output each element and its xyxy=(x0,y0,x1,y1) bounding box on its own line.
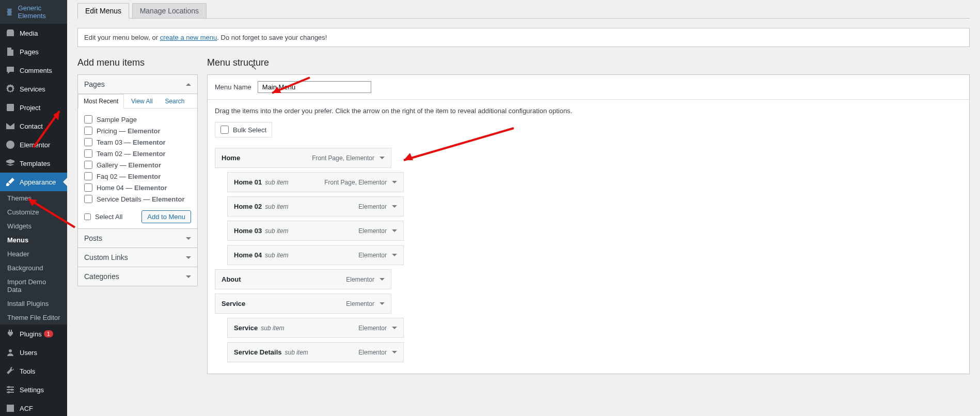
page-list-item[interactable]: Faq 02 — Elementor xyxy=(84,171,189,182)
menu-item[interactable]: Home 04sub itemElementor xyxy=(227,245,404,265)
page-list-item[interactable]: Service Details — Elementor xyxy=(84,193,189,204)
add-to-menu-button[interactable]: Add to Menu xyxy=(141,210,191,223)
menu-item-title: Service Details xyxy=(234,348,282,356)
sidebar-item-appearance[interactable]: Appearance xyxy=(0,173,67,191)
pages-list[interactable]: Sample PagePricing — ElementorTeam 03 — … xyxy=(84,114,191,204)
page-title: Home 04 — Elementor xyxy=(97,184,167,192)
chevron-down-icon[interactable] xyxy=(380,157,385,159)
subtab-viewall[interactable]: View All xyxy=(126,95,158,108)
chevron-down-icon[interactable] xyxy=(392,327,397,329)
sidebar-item-services[interactable]: Services xyxy=(0,80,67,98)
page-list-item[interactable]: Team 02 — Elementor xyxy=(84,148,189,159)
sub-item-label: sub item xyxy=(265,252,288,259)
select-all-checkbox[interactable] xyxy=(84,213,91,220)
page-checkbox[interactable] xyxy=(84,149,92,158)
page-checkbox[interactable] xyxy=(84,195,92,203)
page-checkbox[interactable] xyxy=(84,172,92,180)
sidebar-item-project[interactable]: Project xyxy=(0,98,67,117)
media-icon xyxy=(5,28,15,38)
sidebar-item-media[interactable]: Media xyxy=(0,24,67,42)
submenu-import-demo[interactable]: Import Demo Data xyxy=(0,275,67,297)
sidebar-item-settings[interactable]: Settings xyxy=(0,380,67,399)
edit-notice: Edit your menu below, or create a new me… xyxy=(77,28,970,47)
menu-item-title: Service xyxy=(234,324,258,332)
page-checkbox[interactable] xyxy=(84,115,92,124)
submenu-menus[interactable]: Menus xyxy=(0,233,67,247)
menu-item[interactable]: HomeFront Page, Elementor xyxy=(215,148,391,168)
tab-edit-menus[interactable]: Edit Menus xyxy=(77,3,129,19)
add-menu-items-column: Add menu items Pages Most Recent View Al… xyxy=(77,57,198,374)
subtab-recent[interactable]: Most Recent xyxy=(78,94,124,109)
sidebar-label: Media xyxy=(20,29,38,37)
sidebar-label: Tools xyxy=(20,367,35,375)
svg-point-1 xyxy=(6,141,14,149)
page-checkbox[interactable] xyxy=(84,183,92,192)
acf-icon xyxy=(5,403,15,413)
submenu-customize[interactable]: Customize xyxy=(0,205,67,219)
svg-point-4 xyxy=(11,389,13,391)
page-list-item[interactable]: Gallery — Elementor xyxy=(84,159,189,171)
page-list-item[interactable]: Team 03 — Elementor xyxy=(84,136,189,148)
sidebar-item-generic-elements[interactable]: Generic Elements xyxy=(0,0,67,24)
submenu-header[interactable]: Header xyxy=(0,247,67,261)
sidebar-item-plugins[interactable]: Plugins1 xyxy=(0,325,67,343)
chevron-down-icon[interactable] xyxy=(392,254,397,256)
menu-item[interactable]: Service Detailssub itemElementor xyxy=(227,342,404,362)
sidebar-item-pages[interactable]: Pages xyxy=(0,42,67,61)
submenu-theme-editor[interactable]: Theme File Editor xyxy=(0,311,67,325)
page-title: Faq 02 — Elementor xyxy=(97,173,161,180)
sidebar-item-tools[interactable]: Tools xyxy=(0,362,67,380)
accordion-categories-header[interactable]: Categories xyxy=(78,267,197,286)
menu-item[interactable]: Home 01sub itemFront Page, Elementor xyxy=(227,172,404,192)
page-list-item[interactable]: Home 04 — Elementor xyxy=(84,182,189,193)
chevron-down-icon[interactable] xyxy=(392,205,397,208)
svg-point-2 xyxy=(9,349,12,352)
bulk-select-row[interactable]: Bulk Select xyxy=(215,122,272,137)
tab-manage-locations[interactable]: Manage Locations xyxy=(132,3,207,18)
menu-item-title: Home 01 xyxy=(234,178,262,186)
accordion-custom-links: Custom Links xyxy=(77,248,198,267)
chevron-down-icon[interactable] xyxy=(380,278,385,281)
page-checkbox[interactable] xyxy=(84,138,92,146)
menu-item[interactable]: Servicesub itemElementor xyxy=(227,318,404,338)
chevron-down-icon[interactable] xyxy=(380,302,385,305)
submenu-themes[interactable]: Themes xyxy=(0,191,67,205)
menu-name-label: Menu Name xyxy=(215,83,251,91)
sidebar-item-templates[interactable]: Templates xyxy=(0,154,67,173)
accordion-posts-header[interactable]: Posts xyxy=(78,229,197,248)
sidebar-item-contact[interactable]: Contact xyxy=(0,117,67,135)
sidebar-item-comments[interactable]: Comments xyxy=(0,61,67,80)
submenu-widgets[interactable]: Widgets xyxy=(0,219,67,233)
menu-item[interactable]: AboutElementor xyxy=(215,269,391,289)
page-checkbox[interactable] xyxy=(84,161,92,169)
submenu-background[interactable]: Background xyxy=(0,261,67,275)
accordion-custom-header[interactable]: Custom Links xyxy=(78,248,197,267)
sidebar-label: Plugins xyxy=(20,330,42,338)
submenu-install-plugins[interactable]: Install Plugins xyxy=(0,297,67,311)
page-checkbox[interactable] xyxy=(84,127,92,135)
menu-item[interactable]: ServiceElementor xyxy=(215,294,391,314)
menu-item-meta: Elementor xyxy=(358,349,387,356)
menu-name-input[interactable] xyxy=(258,81,371,93)
subtab-search[interactable]: Search xyxy=(160,95,189,108)
menu-item[interactable]: Home 02sub itemElementor xyxy=(227,196,404,217)
page-title: Sample Page xyxy=(97,116,137,124)
accordion-pages-header[interactable]: Pages xyxy=(78,75,197,94)
select-all-label[interactable]: Select All xyxy=(84,213,122,221)
menu-item[interactable]: Home 03sub itemElementor xyxy=(227,221,404,241)
menu-structure-column: Menu structure Menu Name Drag the items … xyxy=(207,57,970,374)
sidebar-item-elementor[interactable]: Elementor xyxy=(0,135,67,154)
menu-item-meta: Elementor xyxy=(358,227,387,235)
page-list-item[interactable]: Sample Page xyxy=(84,114,189,125)
sidebar-item-acf[interactable]: ACF xyxy=(0,399,67,416)
chevron-down-icon[interactable] xyxy=(392,229,397,232)
page-list-item[interactable]: Pricing — Elementor xyxy=(84,125,189,136)
menu-item-title: Home 03 xyxy=(234,227,262,235)
chevron-down-icon[interactable] xyxy=(392,351,397,353)
accordion-categories: Categories xyxy=(77,267,198,286)
create-menu-link[interactable]: create a new menu xyxy=(160,34,217,41)
sidebar-item-users[interactable]: Users xyxy=(0,343,67,362)
bulk-select-checkbox[interactable] xyxy=(220,126,229,134)
chevron-down-icon xyxy=(186,237,191,240)
chevron-down-icon[interactable] xyxy=(392,181,397,183)
